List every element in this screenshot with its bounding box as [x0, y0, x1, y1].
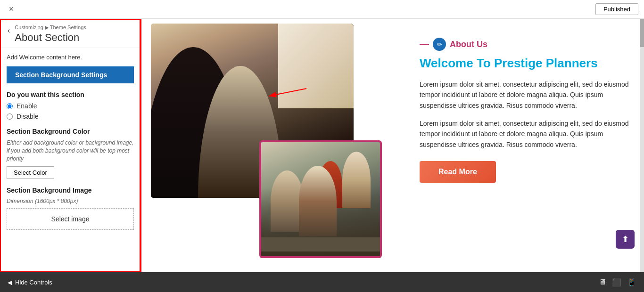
monitor-icon: 🖥 — [599, 278, 606, 286]
bg-color-section: Section Background Color Either add back… — [7, 128, 134, 179]
bg-color-heading: Section Background Color — [7, 128, 134, 135]
about-us-label-row: ✏ About Us — [420, 38, 630, 51]
add-welcome-text: Add Welcome content here. — [7, 54, 134, 61]
svg-line-1 — [269, 89, 306, 96]
read-more-button[interactable]: Read More — [420, 161, 496, 183]
tablet-icon: ⬛ — [612, 278, 621, 286]
welcome-title: Welcome To Prestige Planners — [420, 56, 630, 72]
bottom-bar: ◀ Hide Controls 🖥 ⬛ 📱 — [0, 272, 644, 292]
breadcrumb: Customizing ▶ Theme Settings — [15, 24, 86, 31]
desktop-preview-button[interactable]: 🖥 — [599, 278, 606, 287]
select-image-button[interactable]: Select image — [7, 208, 134, 230]
lorem-paragraph-1: Lorem ipsum dolor sit amet, consectetur … — [420, 79, 630, 111]
scrollbar-track[interactable] — [640, 19, 644, 272]
hide-controls-label: Hide Controls — [15, 279, 52, 286]
bg-image-section: Section Background Image Dimension (1600… — [7, 187, 134, 230]
breadcrumb-area: Customizing ▶ Theme Settings About Secti… — [15, 24, 86, 44]
hide-controls-button[interactable]: ◀ Hide Controls — [8, 279, 52, 286]
overlay-meeting-photo — [259, 140, 382, 258]
disable-label: Disable — [17, 113, 39, 120]
bottom-left: ◀ Hide Controls — [8, 279, 52, 286]
section-toggle-group: Enable Disable — [7, 102, 134, 120]
panel-title: About Section — [15, 32, 86, 44]
panel-header: ‹ Customizing ▶ Theme Settings About Sec… — [0, 19, 140, 48]
mobile-preview-button[interactable]: 📱 — [627, 278, 636, 287]
do-you-want-label: Do you want this section — [7, 91, 134, 98]
chevron-left-icon: ◀ — [8, 279, 12, 286]
upload-icon: ⬆ — [622, 234, 629, 244]
about-us-text: About Us — [450, 40, 487, 49]
panel-body: Add Welcome content here. Section Backgr… — [0, 48, 140, 272]
red-arrow — [264, 85, 311, 101]
bg-image-heading: Section Background Image — [7, 187, 134, 194]
dimension-text: Dimension (1600px * 800px) — [7, 198, 134, 204]
top-bar-left: × — [6, 4, 17, 15]
lorem-paragraph-2: Lorem ipsum dolor sit amet, consectetur … — [420, 118, 630, 150]
enable-radio[interactable]: Enable — [7, 102, 134, 110]
enable-radio-input[interactable] — [7, 103, 13, 109]
right-content: ✏ About Us Welcome To Prestige Planners … — [141, 19, 644, 272]
device-preview-icons: 🖥 ⬛ 📱 — [599, 278, 636, 287]
left-panel: ‹ Customizing ▶ Theme Settings About Sec… — [0, 19, 141, 272]
image-collage — [141, 19, 405, 272]
close-button[interactable]: × — [6, 4, 17, 15]
about-content: ✏ About Us Welcome To Prestige Planners … — [405, 19, 644, 272]
bg-color-description: Either add background color or backgroun… — [7, 139, 134, 162]
mobile-icon: 📱 — [627, 278, 636, 286]
tablet-preview-button[interactable]: ⬛ — [612, 278, 621, 287]
top-bar: × Published — [0, 0, 644, 19]
disable-radio[interactable]: Disable — [7, 113, 134, 120]
pencil-icon: ✏ — [433, 38, 446, 51]
select-color-button[interactable]: Select Color — [7, 166, 54, 179]
back-button[interactable]: ‹ — [8, 26, 10, 35]
upload-fab-button[interactable]: ⬆ — [616, 230, 635, 249]
main-layout: ‹ Customizing ▶ Theme Settings About Sec… — [0, 19, 644, 272]
published-button[interactable]: Published — [595, 3, 638, 15]
scrollbar-thumb[interactable] — [640, 19, 644, 47]
disable-radio-input[interactable] — [7, 114, 13, 120]
enable-label: Enable — [17, 102, 37, 110]
about-us-line-decoration — [420, 44, 429, 45]
section-background-settings-button[interactable]: Section Background Settings — [7, 66, 134, 83]
meeting-inner — [261, 142, 380, 256]
